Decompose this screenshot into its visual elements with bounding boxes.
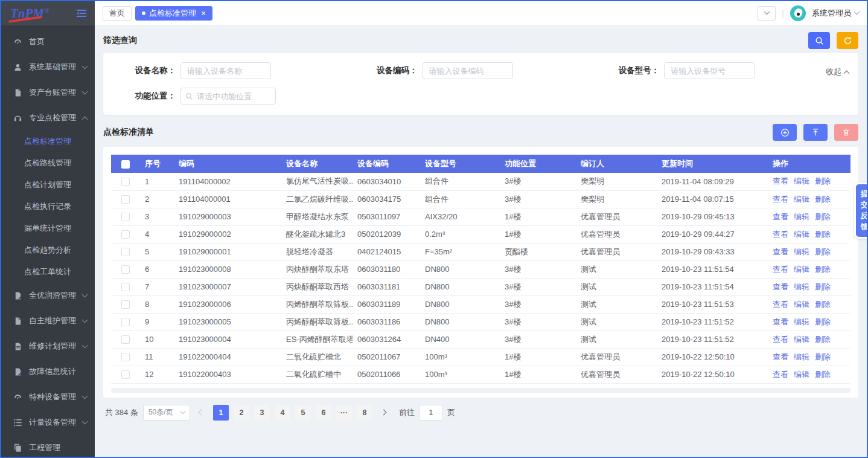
view-link[interactable]: 查看 — [773, 282, 788, 291]
edit-link[interactable]: 编辑 — [794, 176, 809, 185]
sidebar-item-0[interactable]: 首页 — [1, 29, 95, 54]
edit-link[interactable]: 编辑 — [794, 317, 809, 326]
sidebar-item-9[interactable]: 计量设备管理 — [1, 410, 95, 435]
delete-link[interactable]: 删除 — [815, 230, 831, 239]
sidebar-item-6[interactable]: 维修计划管理 — [1, 334, 95, 359]
delete-link[interactable]: 删除 — [815, 265, 831, 274]
sidebar-item-10[interactable]: 工程管理 — [1, 435, 95, 457]
view-link[interactable]: 查看 — [773, 230, 788, 239]
edit-link[interactable]: 编辑 — [794, 282, 809, 291]
submenu-item[interactable]: 点检执行记录 — [1, 196, 95, 218]
row-checkbox[interactable] — [121, 195, 130, 204]
sidebar-item-5[interactable]: 自主维护管理 — [1, 308, 95, 334]
horizontal-scrollbar[interactable] — [111, 388, 850, 393]
view-link[interactable]: 查看 — [773, 335, 788, 344]
edit-link[interactable]: 编辑 — [794, 370, 809, 379]
table-cell: 二氧化硫贮槽中 — [281, 366, 353, 383]
feedback-side-tab[interactable]: 提交反馈 — [854, 182, 868, 239]
view-link[interactable]: 查看 — [773, 265, 788, 274]
view-link[interactable]: 查看 — [773, 247, 788, 256]
edit-link[interactable]: 编辑 — [794, 247, 809, 256]
view-link[interactable]: 查看 — [773, 352, 788, 361]
row-checkbox[interactable] — [121, 335, 130, 344]
page-button-5[interactable]: 5 — [295, 405, 311, 421]
user-menu[interactable]: 系统管理员 — [812, 8, 859, 19]
tab-close-icon[interactable]: × — [201, 9, 206, 18]
delete-link[interactable]: 删除 — [815, 282, 831, 291]
tab-current[interactable]: 点检标准管理 × — [135, 6, 212, 21]
view-link[interactable]: 查看 — [773, 212, 788, 221]
next-page-button[interactable] — [377, 405, 391, 421]
select-all-checkbox[interactable] — [121, 160, 130, 169]
edit-link[interactable]: 编辑 — [794, 335, 809, 344]
avatar[interactable] — [790, 5, 806, 21]
submenu-item[interactable]: 点检趋势分析 — [1, 239, 95, 261]
row-checkbox[interactable] — [121, 213, 130, 221]
page-button-3[interactable]: 3 — [254, 405, 270, 421]
page-button-2[interactable]: 2 — [234, 405, 249, 421]
delete-link[interactable]: 删除 — [815, 335, 831, 344]
row-checkbox[interactable] — [121, 248, 130, 256]
edit-link[interactable]: 编辑 — [794, 230, 809, 239]
edit-link[interactable]: 编辑 — [794, 352, 809, 361]
edit-link[interactable]: 编辑 — [794, 212, 809, 221]
view-link[interactable]: 查看 — [773, 300, 788, 309]
tab-home[interactable]: 首页 — [103, 6, 132, 21]
collapse-filter-link[interactable]: 收起 — [826, 66, 849, 77]
table-row: 2191104000001二氯乙烷碳纤维吸...0603034175组合件3#楼… — [111, 190, 850, 208]
row-checkbox[interactable] — [121, 370, 130, 379]
page-button-6[interactable]: 6 — [316, 405, 331, 421]
submenu-item[interactable]: 点检工单统计 — [1, 261, 95, 283]
delete-link[interactable]: 删除 — [815, 300, 831, 309]
upload-button[interactable] — [803, 124, 828, 141]
row-checkbox[interactable] — [121, 230, 130, 239]
delete-link[interactable]: 删除 — [815, 176, 831, 185]
search-button[interactable] — [808, 32, 830, 49]
delete-link[interactable]: 删除 — [815, 212, 831, 221]
sidebar-item-7[interactable]: 故障信息统计 — [1, 359, 95, 384]
page-button-4[interactable]: 4 — [275, 405, 290, 421]
goto-page-input[interactable] — [419, 405, 443, 421]
submenu-item[interactable]: 点检标准管理 — [1, 131, 95, 152]
refresh-button[interactable] — [837, 32, 858, 49]
delete-link[interactable]: 删除 — [815, 352, 831, 361]
page-size-select[interactable]: 50条/页 — [143, 405, 190, 421]
function-location-input[interactable] — [180, 88, 276, 105]
sidebar-item-2[interactable]: 资产台账管理 — [1, 80, 95, 105]
row-checkbox[interactable] — [121, 300, 130, 309]
view-link[interactable]: 查看 — [773, 195, 788, 204]
device-model-input[interactable] — [664, 62, 755, 79]
tab-list-dropdown[interactable] — [758, 6, 776, 21]
prev-page-button[interactable] — [195, 405, 208, 421]
edit-link[interactable]: 编辑 — [794, 265, 809, 274]
view-link[interactable]: 查看 — [773, 370, 788, 379]
edit-link[interactable]: 编辑 — [794, 300, 809, 309]
device-code-input[interactable] — [423, 62, 513, 79]
submenu-item[interactable]: 点检计划管理 — [1, 174, 95, 196]
sidebar-item-3[interactable]: 专业点检管理 — [1, 105, 95, 131]
row-checkbox[interactable] — [121, 265, 130, 274]
device-name-input[interactable] — [180, 62, 271, 79]
sidebar-collapse-icon[interactable] — [76, 9, 87, 18]
row-checkbox[interactable] — [121, 283, 130, 291]
sidebar-item-8[interactable]: 特种设备管理 — [1, 384, 95, 410]
submenu-item[interactable]: 点检路线管理 — [1, 152, 95, 174]
edit-link[interactable]: 编辑 — [794, 195, 809, 204]
view-link[interactable]: 查看 — [773, 317, 788, 326]
delete-button[interactable] — [834, 124, 858, 141]
row-checkbox[interactable] — [121, 318, 130, 326]
page-ellipsis[interactable]: ··· — [336, 405, 352, 421]
page-button-8[interactable]: 8 — [357, 405, 372, 421]
row-checkbox[interactable] — [121, 178, 130, 186]
delete-link[interactable]: 删除 — [815, 317, 831, 326]
sidebar-item-1[interactable]: 系统基础管理 — [1, 54, 95, 80]
submenu-item[interactable]: 漏单统计管理 — [1, 218, 95, 239]
view-link[interactable]: 查看 — [773, 176, 788, 185]
add-button[interactable] — [773, 124, 797, 141]
delete-link[interactable]: 删除 — [815, 247, 831, 256]
row-checkbox[interactable] — [121, 353, 130, 361]
sidebar-item-4[interactable]: 全优润滑管理 — [1, 283, 95, 308]
page-button-1[interactable]: 1 — [213, 405, 229, 421]
delete-link[interactable]: 删除 — [815, 195, 831, 204]
delete-link[interactable]: 删除 — [815, 370, 831, 379]
